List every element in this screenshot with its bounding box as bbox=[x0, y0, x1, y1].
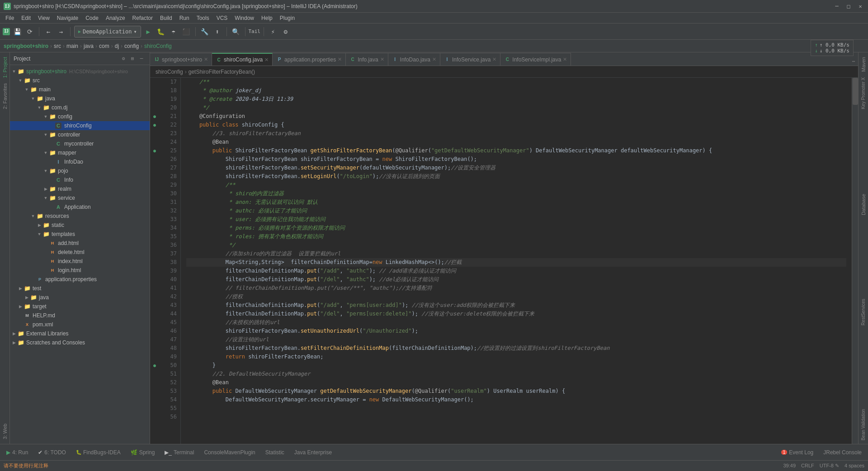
breadcrumb-shiroconfig[interactable]: shiroConfig bbox=[144, 43, 172, 49]
tab-application-close[interactable]: ✕ bbox=[338, 57, 342, 62]
tree-item-application[interactable]: A Application bbox=[10, 203, 150, 212]
tab-info-close[interactable]: ✕ bbox=[380, 57, 384, 62]
tree-item-main[interactable]: ▼ 📁 main bbox=[10, 85, 150, 94]
project-layout-icon[interactable]: ⊞ bbox=[128, 54, 137, 63]
bottom-tab-terminal[interactable]: ▶_ Terminal bbox=[160, 446, 198, 459]
save-all-button[interactable]: 💾 bbox=[12, 26, 23, 37]
stop-button[interactable]: ⬛ bbox=[181, 26, 192, 37]
bottom-tab-findbugs[interactable]: 🐛 FindBugs-IDEA bbox=[71, 446, 125, 459]
menu-analyze[interactable]: Analyze bbox=[102, 13, 129, 24]
tab-springboot[interactable]: IJ springboot+shiro ✕ bbox=[150, 53, 212, 66]
database-tool-button[interactable]: Database bbox=[860, 192, 867, 217]
breadcrumb-dj[interactable]: dj bbox=[115, 43, 119, 49]
menu-file[interactable]: File bbox=[2, 13, 18, 24]
menu-vcs[interactable]: VCS bbox=[213, 13, 231, 24]
run-coverage-button[interactable]: ☂ bbox=[168, 26, 179, 37]
tree-item-mapper[interactable]: ▼ 📁 mapper bbox=[10, 148, 150, 157]
breadcrumb-main[interactable]: main bbox=[66, 43, 78, 49]
tree-item-service[interactable]: ▼ 📁 service bbox=[10, 193, 150, 203]
tree-item-shiroconfig[interactable]: C shiroConfig bbox=[10, 121, 150, 130]
tab-springboot-close[interactable]: ✕ bbox=[204, 57, 208, 62]
project-minimize-icon[interactable]: ─ bbox=[137, 54, 146, 63]
bottom-tab-javaenterprise[interactable]: Java Enterprise bbox=[290, 446, 336, 459]
settings-button[interactable]: ⚙ bbox=[280, 26, 291, 37]
menu-tools[interactable]: Tools bbox=[193, 13, 213, 24]
breadcrumb-config[interactable]: config bbox=[124, 43, 139, 49]
breadcrumb-src[interactable]: src bbox=[54, 43, 61, 49]
tree-item-target[interactable]: ▶ 📁 target bbox=[10, 302, 150, 311]
bottom-tab-statistic[interactable]: Statistic bbox=[261, 446, 289, 459]
code-editor[interactable]: ● ● ● bbox=[150, 78, 858, 444]
tab-info[interactable]: C Info.java ✕ bbox=[346, 53, 388, 66]
tab-infoserviceimpl-close[interactable]: ✕ bbox=[563, 57, 567, 62]
tree-item-delete-html[interactable]: H delete.html bbox=[10, 248, 150, 257]
close-button[interactable]: ✕ bbox=[856, 2, 864, 10]
vcs-button[interactable]: 🔧 bbox=[199, 26, 210, 37]
tree-item-src[interactable]: ▼ 📁 src bbox=[10, 76, 150, 85]
menu-build[interactable]: Build bbox=[156, 13, 176, 24]
tree-item-help-md[interactable]: M HELP.md bbox=[10, 311, 150, 320]
tree-item-external-libraries[interactable]: ▶ 📁 External Libraries bbox=[10, 329, 150, 338]
tree-item-pom-xml[interactable]: X pom.xml bbox=[10, 320, 150, 329]
tab-overflow-button[interactable]: ⋯ bbox=[849, 57, 858, 66]
tree-item-realm[interactable]: ▶ 📁 realm bbox=[10, 184, 150, 193]
code-content[interactable]: /** * @author joker_dj * @create 2020-04… bbox=[181, 78, 852, 444]
tree-item-com-dj[interactable]: ▼ 📁 com.dj bbox=[10, 103, 150, 112]
key-promoter-tool-button[interactable]: Key Promoter X bbox=[860, 75, 867, 112]
menu-edit[interactable]: Edit bbox=[18, 13, 34, 24]
favorites-tool-button[interactable]: 2: Favorites bbox=[1, 80, 9, 112]
breadcrumb-com[interactable]: com bbox=[99, 43, 109, 49]
vertical-scrollbar[interactable] bbox=[852, 78, 858, 444]
run-button[interactable]: ▶ bbox=[143, 26, 154, 37]
status-encoding[interactable]: UTF-8 ✎ bbox=[820, 463, 839, 469]
tree-item-templates[interactable]: ▼ 📁 templates bbox=[10, 230, 150, 239]
tree-item-resources[interactable]: ▼ 📁 resources bbox=[10, 212, 150, 221]
menu-refactor[interactable]: Refactor bbox=[129, 13, 156, 24]
maven-tool-button[interactable]: Maven bbox=[860, 54, 867, 75]
tab-infodao-close[interactable]: ✕ bbox=[432, 57, 436, 62]
status-position[interactable]: 39:49 bbox=[783, 463, 796, 469]
sync-button[interactable]: ⟳ bbox=[24, 26, 35, 37]
tree-item-add-html[interactable]: H add.html bbox=[10, 239, 150, 248]
update-project-button[interactable]: ⬆ bbox=[212, 26, 223, 37]
tree-item-index-html[interactable]: H index.html bbox=[10, 257, 150, 266]
tree-item-test-java[interactable]: ▶ 📁 java bbox=[10, 293, 150, 302]
minimize-button[interactable]: ─ bbox=[833, 2, 841, 10]
tree-item-info[interactable]: C Info bbox=[10, 175, 150, 184]
tree-item-static[interactable]: ▶ 📁 static bbox=[10, 221, 150, 230]
search-everywhere-button[interactable]: 🔍 bbox=[231, 26, 241, 37]
project-tool-button[interactable]: 1: Project bbox=[1, 54, 9, 80]
tab-infoservice-close[interactable]: ✕ bbox=[492, 57, 496, 62]
file-breadcrumb-method[interactable]: getShiroFilterFactoryBean() bbox=[189, 69, 255, 75]
tab-shiroconfig-close[interactable]: ✕ bbox=[264, 57, 269, 63]
back-button[interactable]: ← bbox=[43, 26, 54, 37]
tree-item-controller[interactable]: ▼ 📁 controller bbox=[10, 130, 150, 139]
menu-plugin[interactable]: Plugin bbox=[276, 13, 298, 24]
forward-button[interactable]: → bbox=[56, 26, 66, 37]
tree-item-login-html[interactable]: H login.html bbox=[10, 266, 150, 275]
debug-button[interactable]: 🐛 bbox=[156, 26, 166, 37]
bottom-tab-jrebel[interactable]: JRebel Console bbox=[819, 446, 866, 459]
breadcrumb-root[interactable]: springboot+shiro bbox=[4, 43, 48, 49]
tree-item-scratches-consoles[interactable]: ▶ 📁 Scratches and Consoles bbox=[10, 338, 150, 347]
bottom-tab-eventlog[interactable]: 1 Event Log bbox=[777, 446, 818, 459]
menu-navigate[interactable]: Navigate bbox=[53, 13, 82, 24]
tree-item-infodao[interactable]: I InfoDao bbox=[10, 157, 150, 166]
file-breadcrumb-shiroconfig[interactable]: shiroConfig bbox=[156, 69, 183, 75]
bottom-tab-consolemaven[interactable]: ConsoleMavenPlugin bbox=[199, 446, 259, 459]
tab-application-properties[interactable]: P application.properties ✕ bbox=[273, 53, 346, 66]
tab-infodao[interactable]: I InfoDao.java ✕ bbox=[388, 53, 440, 66]
tab-infoservice[interactable]: I InfoService.java ✕ bbox=[440, 53, 500, 66]
menu-help[interactable]: Help bbox=[258, 13, 276, 24]
menu-code[interactable]: Code bbox=[82, 13, 102, 24]
bottom-tab-spring[interactable]: 🌿 Spring bbox=[126, 446, 160, 459]
bottom-tab-todo[interactable]: ✔ 6: TODO bbox=[33, 446, 71, 459]
run-config-dropdown[interactable]: ▶ DemoApplication ▾ bbox=[74, 26, 141, 38]
tail-button[interactable]: Tail bbox=[249, 26, 260, 37]
status-indent[interactable]: 4 spaces bbox=[844, 463, 864, 469]
bottom-tab-run[interactable]: ▶ 4: Run bbox=[2, 446, 33, 459]
menu-view[interactable]: View bbox=[34, 13, 53, 24]
status-line-ending[interactable]: CRLF bbox=[801, 463, 814, 469]
bean-validation-tool-button[interactable]: Bean Validation bbox=[860, 407, 867, 442]
menu-run[interactable]: Run bbox=[176, 13, 193, 24]
